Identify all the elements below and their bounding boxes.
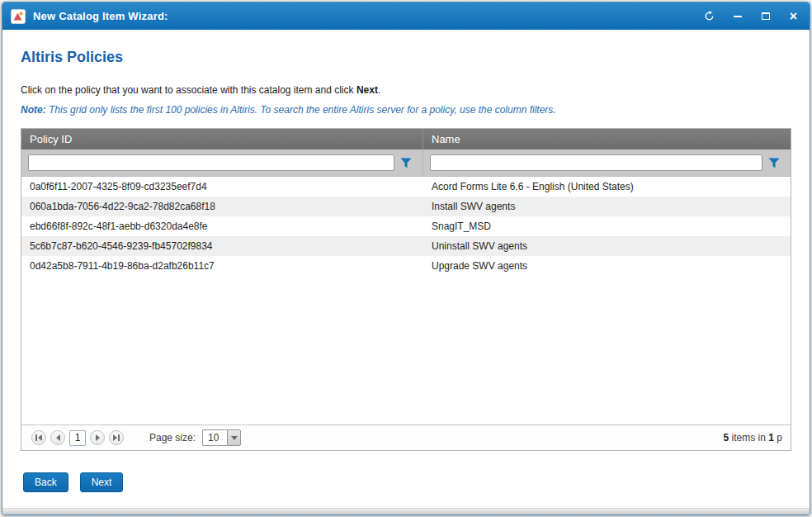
policy-name-cell: Upgrade SWV agents	[423, 260, 791, 272]
policies-grid: Policy ID Name	[21, 128, 791, 451]
pages-count: 1	[768, 432, 774, 443]
name-filter-input[interactable]	[430, 154, 762, 171]
page-size-dropdown[interactable]: 10	[202, 429, 241, 446]
refresh-icon[interactable]	[703, 10, 715, 22]
instruction-bold: Next	[356, 84, 378, 96]
note-label: Note:	[21, 104, 46, 116]
window-bottom-strip	[2, 508, 810, 515]
grid-header-row: Policy ID Name	[21, 129, 791, 149]
name-funnel-icon[interactable]	[762, 154, 786, 172]
last-page-button[interactable]	[109, 430, 124, 445]
instruction-before: Click on the policy that you want to ass…	[21, 84, 356, 96]
page-title: Altiris Policies	[21, 48, 791, 66]
items-middle: items in	[729, 432, 768, 443]
wizard-window: New Catalog Item Wizard: × Altiris Polic…	[2, 2, 810, 515]
instruction-after: .	[378, 84, 380, 96]
column-header-name[interactable]: Name	[423, 129, 791, 149]
maximize-icon[interactable]	[759, 10, 772, 22]
minimize-icon[interactable]	[731, 10, 744, 22]
policy-id-cell: ebd66f8f-892c-48f1-aebb-d6320da4e8fe	[21, 221, 423, 232]
policy-name-cell: SnagIT_MSD	[423, 221, 791, 232]
policy-name-cell: Acord Forms Lite 6.6 - English (United S…	[423, 181, 791, 192]
note-text: Note: This grid only lists the first 100…	[21, 104, 791, 116]
titlebar[interactable]: New Catalog Item Wizard: ×	[2, 2, 810, 30]
grid-filter-row	[21, 149, 791, 177]
policy-id-cell: 060a1bda-7056-4d22-9ca2-78d82ca68f18	[21, 201, 423, 212]
window-title: New Catalog Item Wizard:	[33, 10, 168, 22]
page-size-value: 10	[202, 429, 227, 446]
window-controls: ×	[703, 10, 800, 22]
chevron-down-icon[interactable]	[227, 429, 241, 446]
policy-id-cell: 0a0f6f11-2007-4325-8f09-cd3235eef7d4	[21, 181, 423, 192]
first-page-button[interactable]	[31, 430, 46, 445]
policy-row[interactable]: 0d42a5b8-7911-4b19-86ba-d2afb26b11c7 Upg…	[21, 256, 791, 276]
policy-id-cell: 5c6b7c87-b620-4546-9239-fb45702f9834	[21, 240, 423, 252]
note-body: This grid only lists the first 100 polic…	[46, 104, 556, 116]
policy-id-funnel-icon[interactable]	[394, 154, 418, 172]
pager: 1 Page size: 10 5 items in 1 p	[21, 425, 791, 450]
policy-row[interactable]: ebd66f8f-892c-48f1-aebb-d6320da4e8fe Sna…	[21, 216, 791, 236]
policy-name-cell: Install SWV agents	[423, 201, 791, 212]
close-icon[interactable]: ×	[787, 10, 800, 22]
items-suffix: p	[774, 432, 782, 443]
policy-row[interactable]: 060a1bda-7056-4d22-9ca2-78d82ca68f18 Ins…	[21, 197, 791, 216]
current-page-box[interactable]: 1	[69, 430, 86, 446]
app-icon	[11, 9, 26, 24]
policy-row[interactable]: 0a0f6f11-2007-4325-8f09-cd3235eef7d4 Aco…	[21, 177, 791, 197]
instruction-text: Click on the policy that you want to ass…	[21, 84, 791, 96]
next-page-button[interactable]	[90, 430, 105, 445]
policy-id-filter-cell	[21, 149, 423, 176]
items-info: 5 items in 1 p	[724, 432, 782, 443]
back-button[interactable]: Back	[23, 472, 68, 492]
policy-name-cell: Uninstall SWV agents	[423, 240, 791, 252]
policy-row[interactable]: 5c6b7c87-b620-4546-9239-fb45702f9834 Uni…	[21, 236, 791, 256]
footer-buttons: Back Next	[23, 472, 791, 492]
column-header-policy-id[interactable]: Policy ID	[21, 129, 423, 149]
page-size-label: Page size:	[149, 432, 196, 443]
policy-id-cell: 0d42a5b8-7911-4b19-86ba-d2afb26b11c7	[21, 260, 423, 272]
policy-id-filter-input[interactable]	[28, 154, 394, 171]
wizard-content: Altiris Policies Click on the policy tha…	[2, 30, 810, 510]
previous-page-button[interactable]	[50, 430, 65, 445]
grid-body: 0a0f6f11-2007-4325-8f09-cd3235eef7d4 Aco…	[21, 177, 791, 425]
next-button[interactable]: Next	[80, 472, 124, 492]
name-filter-cell	[423, 149, 791, 176]
